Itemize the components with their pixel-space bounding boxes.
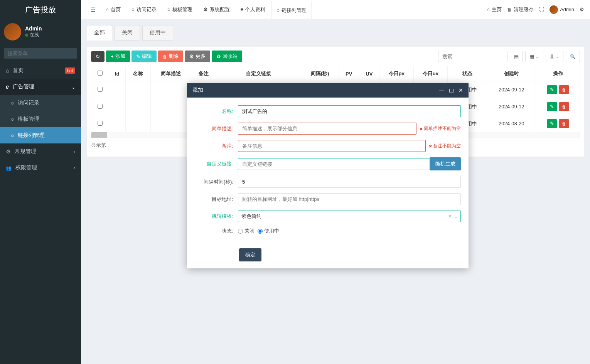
- input-name[interactable]: [238, 105, 461, 117]
- th-created[interactable]: 创建时: [487, 66, 536, 81]
- home-icon: [106, 7, 109, 12]
- label-status: 状态:: [195, 228, 233, 234]
- tab-link-manage[interactable]: 链接列管理: [271, 0, 312, 19]
- add-button[interactable]: 添加: [106, 51, 130, 62]
- tab-template[interactable]: 模板管理: [163, 1, 197, 19]
- search-button[interactable]: [566, 51, 580, 62]
- filter-tab-all[interactable]: 全部: [87, 25, 112, 40]
- tab-visit-log[interactable]: 访问记录: [127, 1, 161, 19]
- sidebar-item-visit-log[interactable]: 访问记录: [0, 95, 81, 111]
- radio-status-active[interactable]: 使用中: [258, 228, 279, 234]
- more-button[interactable]: 更多: [185, 51, 210, 62]
- menu-search-input[interactable]: [4, 48, 77, 59]
- th-action[interactable]: 操作: [536, 66, 580, 81]
- sidebar-item-ad-manage[interactable]: 广告管理: [0, 79, 81, 95]
- gear-icon: [189, 54, 194, 59]
- modal-minimize-button[interactable]: [439, 87, 444, 93]
- input-desc[interactable]: [238, 123, 416, 135]
- grid-icon: [529, 54, 534, 59]
- toolbar: 添加 编辑 删除 更多 回收站: [91, 51, 580, 62]
- th-desc[interactable]: 简单描述: [151, 66, 191, 81]
- menu-search-button[interactable]: [77, 48, 77, 59]
- th-note[interactable]: 备注: [191, 66, 216, 81]
- tab-home[interactable]: 首页: [101, 1, 125, 19]
- recycle-button[interactable]: 回收站: [212, 51, 242, 62]
- table-search-input[interactable]: [438, 51, 507, 62]
- row-checkbox[interactable]: [98, 104, 103, 109]
- topbar-home[interactable]: 主页: [487, 6, 502, 13]
- random-generate-button[interactable]: 随机生成: [430, 157, 461, 170]
- topbar-user[interactable]: Admin: [550, 5, 574, 14]
- th-link[interactable]: 自定义链接: [216, 66, 301, 81]
- refresh-button[interactable]: [91, 51, 105, 62]
- topbar-fullscreen[interactable]: [539, 7, 544, 12]
- avatar[interactable]: [4, 23, 21, 40]
- sidebar-item-link-manage[interactable]: 链接列管理: [0, 127, 81, 143]
- chevron-down-icon[interactable]: [454, 213, 457, 219]
- online-dot-icon: [25, 34, 28, 37]
- pencil-icon: [550, 104, 554, 110]
- plus-icon: [111, 54, 114, 59]
- th-status[interactable]: 状态: [448, 66, 487, 81]
- row-edit-button[interactable]: [547, 102, 557, 111]
- x-icon: [429, 143, 432, 149]
- th-interval[interactable]: 间隔(秒): [301, 66, 339, 81]
- th-uv[interactable]: UV: [359, 66, 379, 81]
- input-interval[interactable]: [238, 176, 461, 188]
- export-button[interactable]: [546, 51, 563, 62]
- sidebar-item-general[interactable]: 常规管理: [0, 143, 81, 160]
- modal-header[interactable]: 添加: [187, 83, 469, 98]
- table-header-row: Id 名称 简单描述 备注 自定义链接 间隔(秒) PV UV 今日pv 今日u…: [91, 66, 580, 81]
- select-template[interactable]: 紫色简约 ×: [238, 211, 461, 222]
- sidebar-item-template-manage[interactable]: 模板管理: [0, 111, 81, 127]
- label-name: 名称:: [195, 108, 233, 115]
- input-link[interactable]: [238, 158, 430, 170]
- input-note[interactable]: [238, 140, 426, 152]
- row-edit-button[interactable]: [547, 119, 557, 128]
- filter-tab-active[interactable]: 使用中: [142, 25, 173, 40]
- refresh-icon: [96, 54, 100, 59]
- add-modal: 添加 名称: 简单描述: 简单描述不能为空: [187, 83, 469, 268]
- sidebar-item-home[interactable]: 首页hot: [0, 62, 81, 79]
- cell-created: 2024-09-12: [487, 98, 536, 115]
- delete-button[interactable]: 删除: [158, 51, 183, 62]
- columns-button[interactable]: [525, 51, 543, 62]
- row-delete-button[interactable]: [559, 85, 569, 94]
- th-name[interactable]: 名称: [125, 66, 150, 81]
- chevron-left-icon: [73, 165, 75, 171]
- modal-maximize-button[interactable]: [449, 87, 454, 93]
- th-id[interactable]: Id: [109, 66, 125, 81]
- sidebar-item-permission[interactable]: 权限管理: [0, 160, 81, 176]
- filter-tab-closed[interactable]: 关闭: [115, 25, 140, 40]
- topbar-clear-cache[interactable]: 清理缓存: [507, 6, 534, 13]
- label-interval: 间隔时间(秒):: [195, 179, 233, 185]
- select-clear-button[interactable]: ×: [446, 213, 454, 219]
- chevron-down-icon: [556, 54, 559, 59]
- row-delete-button[interactable]: [559, 119, 569, 128]
- circle-icon: [167, 7, 170, 12]
- tab-profile[interactable]: 个人资料: [236, 1, 270, 19]
- row-delete-button[interactable]: [559, 102, 569, 111]
- scrollbar-thumb[interactable]: [91, 132, 107, 138]
- menu-search[interactable]: [4, 48, 77, 59]
- radio-status-closed[interactable]: 关闭: [238, 228, 255, 234]
- edit-button[interactable]: 编辑: [131, 51, 157, 62]
- trash-icon: [507, 7, 512, 12]
- modal-close-button[interactable]: [459, 87, 463, 93]
- hamburger-button[interactable]: ☰: [87, 4, 99, 15]
- select-all-checkbox[interactable]: [98, 71, 103, 76]
- input-target[interactable]: [238, 193, 461, 205]
- topbar-settings[interactable]: [580, 7, 584, 12]
- row-checkbox[interactable]: [98, 87, 103, 92]
- th-pv[interactable]: PV: [339, 66, 359, 81]
- main: ☰ 首页 访问记录 模板管理 系统配置 个人资料 链接列管理 主页 清理缓存 A…: [81, 0, 590, 364]
- confirm-button[interactable]: 确定: [239, 248, 261, 261]
- toggle-list-button[interactable]: [510, 51, 523, 62]
- tab-sysconfig[interactable]: 系统配置: [199, 1, 234, 19]
- row-edit-button[interactable]: [547, 85, 557, 94]
- pencil-icon: [136, 54, 140, 59]
- th-today-uv[interactable]: 今日uv: [413, 66, 447, 81]
- trash-icon: [562, 104, 566, 110]
- th-today-pv[interactable]: 今日pv: [379, 66, 413, 81]
- row-checkbox[interactable]: [98, 121, 103, 126]
